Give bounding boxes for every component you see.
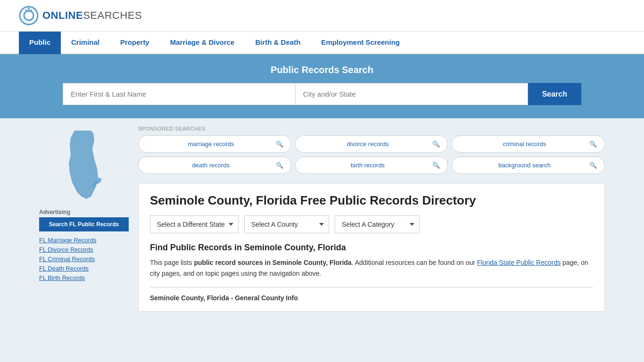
sponsored-item-marriage[interactable]: marriage records 🔍 (138, 135, 291, 153)
sponsored-item-divorce[interactable]: divorce records 🔍 (295, 135, 448, 153)
search-icon-marriage: 🔍 (276, 140, 283, 148)
sponsored-item-background[interactable]: background search 🔍 (452, 156, 605, 174)
sponsored-item-birth[interactable]: birth records 🔍 (295, 156, 448, 174)
sidebar-link-divorce[interactable]: FL Divorce Records (39, 246, 93, 253)
category-dropdown[interactable]: Select A Category (335, 215, 420, 233)
directory-title: Seminole County, Florida Free Public Rec… (150, 193, 593, 208)
dropdowns-row: Select a Different State Select A County… (150, 215, 593, 233)
search-icon-criminal: 🔍 (589, 140, 597, 148)
state-dropdown[interactable]: Select a Different State (150, 215, 239, 233)
search-icon-birth: 🔍 (432, 162, 440, 169)
florida-map-icon (60, 126, 107, 201)
sponsored-item-criminal[interactable]: criminal records 🔍 (452, 135, 605, 153)
nav-item-public[interactable]: Public (19, 32, 61, 54)
nav-item-birth-death[interactable]: Birth & Death (245, 32, 311, 54)
logo-icon (19, 6, 39, 25)
nav-item-property[interactable]: Property (110, 32, 160, 54)
sidebar-link-death[interactable]: FL Death Records (39, 265, 89, 272)
sidebar-link-criminal[interactable]: FL Criminal Records (39, 255, 95, 263)
nav-item-employment[interactable]: Employment Screening (311, 32, 410, 54)
nav-item-criminal[interactable]: Criminal (61, 32, 110, 54)
sidebar-link-marriage[interactable]: FL Marriage Records (39, 237, 97, 244)
sponsored-item-death[interactable]: death records 🔍 (138, 156, 291, 174)
search-icon-death: 🔍 (276, 162, 283, 169)
find-records-title: Find Public Records in Seminole County, … (150, 243, 593, 253)
sidebar-link-birth[interactable]: FL Birth Records (39, 274, 85, 281)
general-info-title: Seminole County, Florida - General Count… (150, 294, 593, 302)
find-records-text: This page lists public record sources in… (150, 257, 593, 279)
search-form: Search (63, 83, 581, 105)
sidebar: Advertising Search FL Public Records FL … (39, 126, 129, 312)
sidebar-links: FL Marriage Records FL Divorce Records F… (39, 236, 129, 281)
sponsored-label: SPONSORED SEARCHES (138, 126, 605, 132)
nav-item-marriage-divorce[interactable]: Marriage & Divorce (160, 32, 245, 54)
search-banner-title: Public Records Search (19, 65, 625, 75)
main-container: Advertising Search FL Public Records FL … (30, 118, 614, 319)
search-icon-background: 🔍 (589, 162, 597, 169)
search-banner: Public Records Search Search (0, 54, 644, 118)
svg-point-1 (24, 11, 33, 20)
directory-section: Seminole County, Florida Free Public Rec… (138, 183, 605, 312)
section-divider (150, 287, 593, 288)
sponsored-grid: marriage records 🔍 divorce records 🔍 cri… (138, 135, 605, 174)
county-dropdown[interactable]: Select A County (244, 215, 329, 233)
sidebar-ad-button[interactable]: Search FL Public Records (39, 217, 129, 231)
header: ONLINESEARCHES (0, 0, 644, 32)
florida-state-link[interactable]: Florida State Public Records (477, 259, 561, 266)
search-icon-divorce: 🔍 (432, 140, 440, 148)
name-input[interactable] (63, 83, 295, 105)
search-button[interactable]: Search (528, 83, 581, 105)
sidebar-ad-label: Advertising (39, 209, 129, 215)
location-input[interactable] (295, 83, 528, 105)
logo: ONLINESEARCHES (19, 6, 142, 25)
main-nav: Public Criminal Property Marriage & Divo… (0, 32, 644, 54)
content-area: SPONSORED SEARCHES marriage records 🔍 di… (138, 126, 605, 312)
logo-text: ONLINESEARCHES (42, 9, 142, 22)
